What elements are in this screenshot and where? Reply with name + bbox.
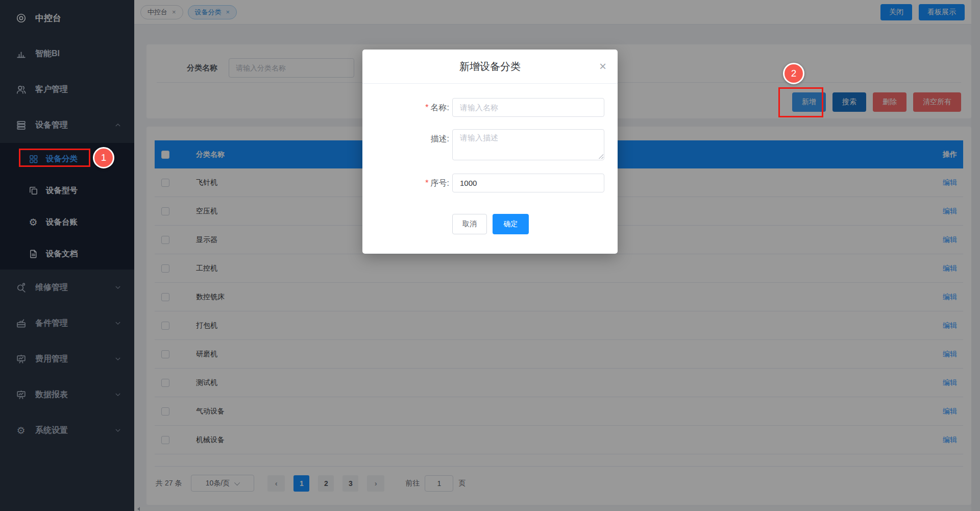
annotation-box-step1 <box>19 149 90 167</box>
annotation-box-step2 <box>778 87 823 117</box>
dialog-close-icon[interactable]: × <box>599 58 606 74</box>
sequence-field-label: *序号: <box>362 174 449 192</box>
annotation-badge-step2: 2 <box>783 63 804 84</box>
name-field-label: *名称: <box>362 98 449 117</box>
textarea-resize-handle[interactable] <box>598 154 603 159</box>
dialog-title: 新增设备分类 <box>362 50 618 83</box>
name-input[interactable] <box>452 98 604 117</box>
confirm-button[interactable]: 确定 <box>493 214 529 234</box>
required-asterisk: * <box>425 103 428 112</box>
description-field-label: 描述: <box>362 129 449 148</box>
add-category-dialog: 新增设备分类 × *名称: 描述: *序号: 取消 确定 <box>362 50 618 254</box>
annotation-badge-step1: 1 <box>93 147 114 168</box>
description-textarea[interactable] <box>452 129 604 160</box>
sequence-input[interactable] <box>452 174 604 192</box>
required-asterisk: * <box>425 179 428 187</box>
cancel-button[interactable]: 取消 <box>452 214 487 234</box>
